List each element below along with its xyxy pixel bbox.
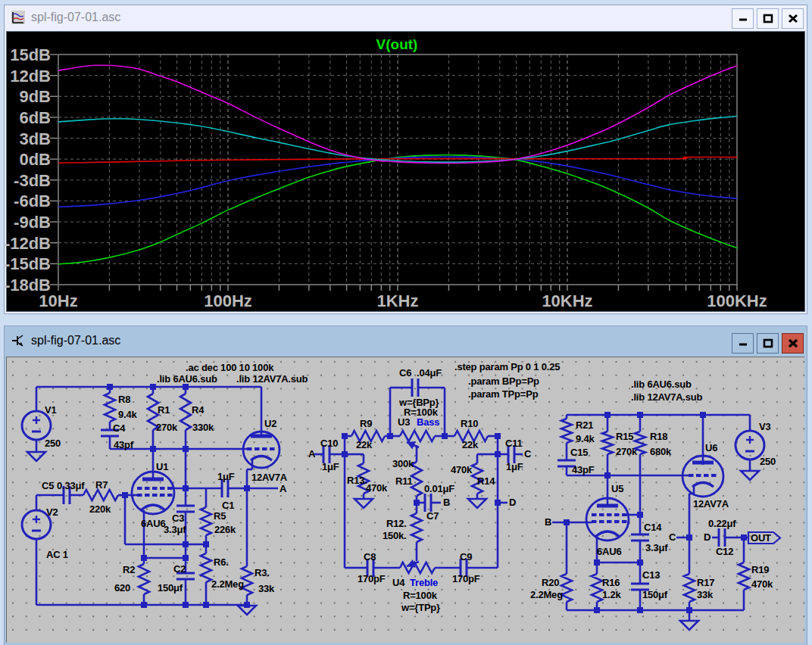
label-parT: .param TPp=Pp [468, 388, 539, 400]
label-U4n: U4 [392, 577, 405, 588]
label-R12v: 150k. [383, 530, 407, 541]
label-C10v: 1μF [322, 461, 339, 472]
label-R9n: R9 [360, 418, 372, 429]
label-U1n: U1 [156, 461, 168, 472]
label-C9n: C9 [460, 551, 472, 562]
label-nC2: C [669, 531, 676, 543]
label-R3n: R3. [255, 567, 270, 578]
label-C2v: 150μf [158, 582, 183, 594]
label-step: .step param Pp 0 1 0.25 [454, 361, 560, 372]
label-R2n: R2 [123, 564, 135, 575]
label-R1v: 270k [156, 422, 178, 433]
label-C3n: C3 [172, 513, 184, 524]
label-nB2: B [545, 516, 551, 528]
label-rT: R=100k [403, 590, 438, 601]
label-U6n: U6 [705, 442, 717, 453]
label-R18v: 680k [650, 446, 672, 457]
label-C6v: .04μF [417, 367, 442, 379]
label-V1n: V1 [45, 404, 57, 416]
label-C13v: 150μf [642, 589, 668, 600]
label-nA1: A [280, 483, 287, 494]
label-C3v: 3.3μf [164, 524, 186, 535]
label-C5v: 0.33μf [57, 480, 85, 491]
label-U4l: Treble [410, 577, 438, 588]
label-C11v: 1μF [506, 461, 523, 472]
label-R15v: 270k [616, 446, 638, 457]
label-U3l: Bass [417, 416, 439, 428]
label-C8n: C8 [364, 551, 376, 562]
label-R14v: 470k [451, 464, 473, 475]
label-U3n: U3 [398, 416, 410, 428]
label-R7v: 220k [89, 503, 111, 515]
label-V3n: V3 [759, 421, 771, 432]
label-V3v: 250 [760, 456, 776, 467]
label-R1n: R1 [158, 404, 170, 416]
label-R16n: R16 [602, 577, 620, 588]
label-R10n: R10 [461, 418, 478, 429]
label-R19v: 470k [751, 578, 773, 590]
label-nA2: A [308, 448, 316, 460]
label-U2v: 12AV7A [251, 472, 288, 483]
label-C1v: 1μF [217, 471, 235, 482]
label-nD1: D [509, 497, 516, 508]
label-R10v: 22k [462, 439, 479, 450]
label-R21v: 9.4k [576, 433, 595, 444]
label-U2n: U2 [264, 418, 276, 429]
label-nB1: B [443, 497, 450, 508]
label-R7n: R7 [95, 479, 108, 491]
label-U1v: 6AU6 [141, 518, 165, 529]
label-C1n: C1 [222, 500, 234, 511]
label-C9v: 170pF [452, 573, 480, 584]
label-R17n: R17 [697, 577, 714, 588]
label-R13n: R13. [347, 475, 367, 486]
label-V2v: AC 1 [46, 549, 68, 560]
label-C12n: C12 [716, 546, 733, 557]
label-U5n: U5 [611, 483, 623, 494]
label-R14n: R14 [477, 475, 495, 487]
label-R15n: R15 [616, 431, 633, 442]
label-C15v: 43pF [572, 464, 595, 475]
label-C4v: 43pf [114, 439, 134, 450]
label-R20v: 2.2Meg [530, 589, 563, 600]
label-lib2: .lib 12AV7A.sub [236, 373, 308, 385]
label-C12v: 0.22μf [708, 518, 736, 529]
label-C4n: C4 [113, 422, 126, 434]
label-C14n: C14 [644, 522, 662, 533]
label-C7n: C7 [426, 510, 439, 522]
label-C2n: C2 [173, 563, 186, 575]
label-R20n: R20 [542, 577, 559, 588]
label-R3v: 33k [258, 583, 275, 594]
label-V1v: 250 [45, 438, 61, 449]
label-C10n: C10 [320, 438, 338, 449]
label-R11n: R11 [395, 475, 413, 487]
label-R9v: 22k [356, 439, 373, 450]
label-V2n: V2 [46, 506, 58, 518]
schematic-drawing: .ac dec 100 10 100k.lib 6AU6.sub.lib 12A… [0, 0, 812, 645]
label-C13n: C13 [642, 569, 660, 581]
label-U6v: 12AV7A [693, 498, 729, 509]
label-R2v: 620 [114, 582, 130, 594]
label-R16v: 1.2k [602, 589, 621, 600]
label-R12n: R12. [386, 518, 407, 529]
label-ac: .ac dec 100 10 100k [186, 362, 274, 373]
label-R13v: 470k [366, 482, 388, 494]
label-outl: OUT [751, 532, 771, 544]
label-R5v: 226k [214, 524, 236, 535]
label-parB: .param BPp=Pp [468, 375, 539, 387]
label-C6n: C6 [399, 367, 411, 379]
label-R18n: R18 [650, 431, 667, 442]
label-R5n: R5 [214, 510, 226, 522]
label-C8v: 170pF [358, 573, 386, 584]
label-wT: w={TPp} [401, 602, 440, 613]
label-R17v: 33k [697, 589, 714, 600]
label-R6v: 2.2Meg [211, 578, 244, 590]
label-R4v: 330k [192, 422, 214, 433]
label-nD2: D [704, 531, 710, 543]
label-R19n: R19 [751, 564, 769, 575]
label-R21n: R21 [576, 419, 593, 431]
label-R11v: 300k [392, 458, 414, 469]
label-lib1: .lib 6AU6.sub [157, 373, 217, 385]
label-lib4: .lib 12AV7A.sub [631, 391, 703, 403]
label-C15n: C15 [570, 447, 588, 458]
schematic-content: .ac dec 100 10 100k.lib 6AU6.sub.lib 12A… [8, 357, 806, 640]
